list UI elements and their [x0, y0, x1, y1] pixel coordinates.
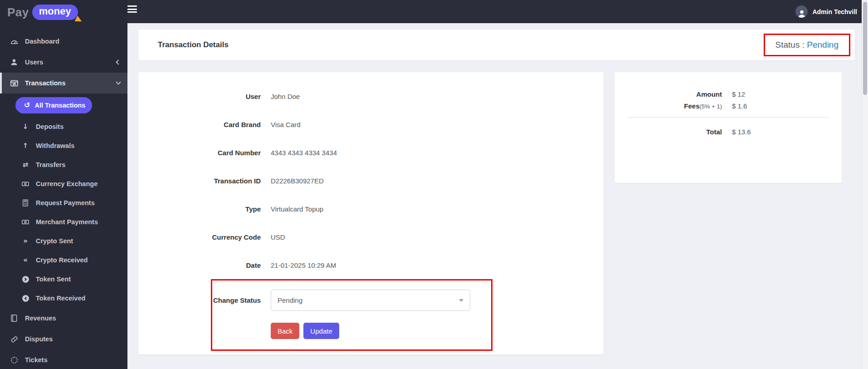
book-icon: [8, 314, 20, 322]
sidebar-item-crypto-received[interactable]: « Crypto Received: [0, 251, 127, 270]
amount-label: Amount: [627, 90, 722, 98]
sidebar-item-token-received[interactable]: Token Received: [0, 289, 127, 308]
detail-value: USD: [271, 233, 285, 241]
sidebar-item-label: All Transactions: [34, 102, 85, 109]
sidebar-item-currency-exchange[interactable]: Currency Exchange: [0, 174, 127, 193]
topbar: Admin Techvill: [127, 0, 868, 23]
admin-name: Admin Techvill: [812, 8, 857, 15]
sidebar-item-withdrawals[interactable]: ↑ Withdrawals: [0, 136, 127, 155]
change-status-label: Change Status: [212, 296, 261, 304]
sidebar-item-request-payments[interactable]: Request Payments: [0, 193, 127, 212]
detail-row: Transaction ID D2226B30927ED: [138, 167, 604, 195]
banknote-icon: [21, 180, 30, 188]
sidebar-item-label: Withdrawals: [36, 142, 74, 149]
brand-money-pill: money: [32, 5, 78, 20]
sidebar-item-label: Request Payments: [36, 199, 95, 207]
sidebar-item-transfers[interactable]: ⇄ Transfers: [0, 155, 127, 174]
fees-label: Fees(5% + 1): [627, 102, 722, 110]
page-header-card: Transaction Details Status : Pending: [138, 30, 855, 60]
detail-label: User: [138, 93, 261, 100]
sidebar-item-label: Dashboard: [25, 38, 59, 45]
sidebar-nav: Dashboard Users Transactions: [0, 25, 127, 369]
sidebar-item-label: Transfers: [36, 161, 65, 168]
detail-value: 4343 4343 4334 3434: [271, 149, 337, 157]
detail-row: Card Number 4343 4343 4334 3434: [138, 138, 604, 167]
transactions-icon: [8, 79, 20, 88]
brand-pay-text: Pay: [7, 5, 29, 20]
back-button[interactable]: Back: [271, 323, 299, 339]
total-row: Total $ 13.6: [627, 128, 829, 136]
arrow-up-icon: ↑: [21, 143, 30, 149]
sidebar-item-transactions[interactable]: Transactions: [0, 73, 127, 93]
dotted-circle-icon: [8, 357, 20, 364]
sidebar-item-revenues[interactable]: Revenues: [0, 308, 127, 329]
fees-value: $ 1.6: [732, 102, 747, 110]
detail-row: Date 21-01-2025 10:29 AM: [138, 251, 604, 279]
sidebar-item-label: Token Received: [36, 295, 85, 302]
detail-value: John Doe: [271, 93, 300, 100]
status-label: Status :: [775, 40, 805, 49]
sidebar-item-label: Crypto Received: [36, 256, 88, 264]
amount-row: Amount $ 12: [627, 90, 829, 98]
history-icon: ↺: [24, 102, 30, 109]
detail-row: Card Brand Visa Card: [138, 110, 604, 138]
cursor-icon: [74, 16, 83, 25]
transfer-arrows-icon: ⇄: [21, 162, 30, 168]
sidebar: Pay money Dashboard Users: [0, 0, 127, 369]
ticket-icon: [8, 335, 20, 344]
avatar: [795, 5, 808, 18]
sidebar-item-label: Token Sent: [36, 276, 71, 283]
sidebar-item-merchant-payments[interactable]: Merchant Payments: [0, 212, 127, 231]
sidebar-item-tickets[interactable]: Tickets: [0, 349, 127, 369]
scrollbar-thumb[interactable]: [863, 2, 867, 95]
brand-logo[interactable]: Pay money: [0, 0, 127, 25]
detail-label: Currency Code: [138, 233, 261, 241]
sidebar-item-label: Disputes: [25, 335, 53, 343]
sidebar-item-crypto-sent[interactable]: » Crypto Sent: [0, 231, 127, 251]
calculator-icon: [21, 199, 30, 207]
status-select[interactable]: Pending: [271, 290, 470, 311]
chevron-left-icon: [116, 59, 121, 64]
sidebar-item-label: Transactions: [25, 79, 65, 87]
chevron-down-icon: [116, 79, 121, 84]
gauge-icon: [8, 37, 20, 46]
amount-value: $ 12: [732, 90, 745, 98]
sidebar-item-label: Revenues: [25, 315, 56, 322]
detail-value: D2226B30927ED: [271, 177, 324, 185]
detail-label: Card Number: [138, 149, 261, 157]
total-value: $ 13.6: [732, 128, 751, 136]
fees-row: Fees(5% + 1) $ 1.6: [627, 102, 829, 110]
circle-arrow-right-icon: [21, 276, 30, 283]
status-value: Pending: [807, 40, 839, 49]
double-chevron-right-icon: »: [21, 238, 30, 245]
banknote-icon: [21, 218, 30, 226]
circle-arrow-left-icon: [21, 295, 30, 302]
summary-divider: [627, 117, 829, 118]
detail-label: Card Brand: [138, 121, 261, 128]
detail-value: Visa Card: [271, 121, 301, 128]
detail-row: User John Doe: [138, 82, 604, 110]
detail-row: Type Virtualcard Topup: [138, 195, 604, 223]
sidebar-item-token-sent[interactable]: Token Sent: [0, 270, 127, 289]
update-button[interactable]: Update: [303, 323, 339, 339]
sidebar-item-label: Crypto Sent: [36, 237, 73, 245]
page-title: Transaction Details: [158, 40, 229, 49]
sidebar-item-users[interactable]: Users: [0, 52, 127, 73]
user-icon: [8, 58, 20, 66]
detail-label: Date: [138, 261, 261, 269]
change-status-highlight-box: Change Status Pending Back Update: [211, 279, 493, 351]
hamburger-menu-icon[interactable]: [127, 5, 137, 15]
fees-note: (5% + 1): [700, 103, 722, 110]
sidebar-item-label: Merchant Payments: [36, 218, 98, 226]
admin-menu[interactable]: Admin Techvill: [795, 0, 857, 23]
sidebar-item-disputes[interactable]: Disputes: [0, 329, 127, 349]
sidebar-item-label: Users: [25, 59, 43, 66]
sidebar-item-label: Deposits: [36, 123, 63, 130]
sidebar-item-deposits[interactable]: ↓ Deposits: [0, 117, 127, 136]
sidebar-item-dashboard[interactable]: Dashboard: [0, 31, 127, 52]
status-badge: Status : Pending: [764, 34, 850, 56]
main-content: Transaction Details Status : Pending Use…: [127, 23, 868, 369]
page-scrollbar[interactable]: [862, 0, 868, 369]
sidebar-item-all-transactions[interactable]: ↺ All Transactions: [15, 97, 92, 113]
detail-value: Virtualcard Topup: [271, 205, 323, 213]
